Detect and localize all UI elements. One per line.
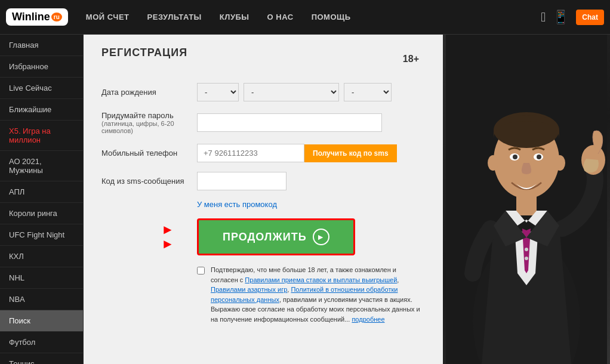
sidebar-item-nba[interactable]: NBA xyxy=(0,289,83,310)
sms-code-input[interactable] xyxy=(197,172,286,190)
android-icon[interactable]: 📱 xyxy=(553,10,569,25)
sidebar-item-khl[interactable]: КХЛ xyxy=(0,246,83,267)
nav-links: МОЙ СЧЕТ РЕЗУЛЬТАТЫ КЛУБЫ О НАС ПОМОЩЬ xyxy=(86,13,541,21)
dob-row: Дата рождения - - - xyxy=(101,83,425,101)
password-hint: (латиница, цифры, 6-20 символов) xyxy=(101,120,197,134)
arrow-indicators: ► ► xyxy=(161,223,174,251)
sidebar-item-nhl[interactable]: NHL xyxy=(0,267,83,289)
registration-form: РЕГИСТРАЦИЯ 18+ Дата рождения - - - xyxy=(84,35,443,364)
logo-badge: ru xyxy=(51,13,62,21)
sms-code-label: Код из sms-сообщения xyxy=(101,177,197,186)
terms-text: Подтверждаю, что мне больше 18 лет, а та… xyxy=(211,265,425,324)
nav-results[interactable]: РЕЗУЛЬТАТЫ xyxy=(147,13,202,21)
nav-clubs[interactable]: КЛУБЫ xyxy=(220,13,249,21)
sidebar: Главная Избранное Live Сейчас Ближайшие … xyxy=(0,35,84,364)
svg-point-13 xyxy=(525,257,528,260)
arrow-icon-1: ► xyxy=(161,223,174,236)
svg-rect-10 xyxy=(516,195,537,215)
sms-button[interactable]: Получить код по sms xyxy=(304,144,397,162)
date-selects: - - - xyxy=(197,83,392,101)
logo[interactable]: Winline ru xyxy=(6,8,68,26)
header: Winline ru МОЙ СЧЕТ РЕЗУЛЬТАТЫ КЛУБЫ О Н… xyxy=(0,0,610,35)
password-label: Придумайте пароль (латиница, цифры, 6-20… xyxy=(101,111,197,134)
dob-label: Дата рождения xyxy=(101,88,197,97)
sidebar-item-upcoming[interactable]: Ближайшие xyxy=(0,99,83,121)
phone-label: Мобильный телефон xyxy=(101,149,197,158)
sidebar-item-football[interactable]: Футбол xyxy=(0,332,83,353)
dob-month-select[interactable]: - xyxy=(244,83,339,101)
content-area: РЕГИСТРАЦИЯ 18+ Дата рождения - - - xyxy=(84,35,443,364)
svg-point-7 xyxy=(537,155,541,159)
right-image-area xyxy=(443,35,610,364)
sidebar-item-search[interactable]: Поиск xyxy=(0,310,83,332)
dob-year-select[interactable]: - xyxy=(344,83,392,101)
svg-point-8 xyxy=(488,155,498,171)
phone-input[interactable] xyxy=(197,144,304,162)
svg-point-12 xyxy=(525,248,528,251)
dob-day-select[interactable]: - xyxy=(197,83,239,101)
more-link[interactable]: подробнее xyxy=(352,316,384,323)
sms-code-row: Код из sms-сообщения xyxy=(101,172,425,190)
terms-checkbox-row: Подтверждаю, что мне больше 18 лет, а та… xyxy=(197,265,425,324)
main-layout: Главная Избранное Live Сейчас Ближайшие … xyxy=(0,35,610,364)
registration-title: РЕГИСТРАЦИЯ xyxy=(101,47,187,59)
sidebar-item-x5[interactable]: Х5. Игра на миллион xyxy=(0,121,83,151)
man-figure xyxy=(446,35,607,364)
terms-checkbox[interactable] xyxy=(197,267,205,274)
sidebar-item-live[interactable]: Live Сейчас xyxy=(0,78,83,99)
nav-my-account[interactable]: МОЙ СЧЕТ xyxy=(86,13,130,21)
sidebar-item-favorites[interactable]: Избранное xyxy=(0,56,83,78)
sidebar-item-tennis[interactable]: Теннис xyxy=(0,353,83,364)
continue-button[interactable]: ПРОДОЛЖИТЬ ► xyxy=(197,218,355,255)
continue-btn-wrapper: ► ► ПРОДОЛЖИТЬ ► xyxy=(197,218,355,255)
phone-input-group: Получить код по sms xyxy=(197,144,397,162)
age-badge: 18+ xyxy=(403,54,419,64)
terms-link-1[interactable]: Правилами приема ставок и выплаты выигры… xyxy=(245,276,397,283)
continue-arrow-icon: ► xyxy=(313,229,329,245)
terms-link-2[interactable]: Правилами азартных игр xyxy=(211,286,287,293)
chat-button[interactable]: Chat xyxy=(576,10,604,25)
sidebar-item-apl[interactable]: АПЛ xyxy=(0,181,83,203)
sidebar-item-boxing[interactable]: Короли ринга xyxy=(0,203,83,224)
nav-help[interactable]: ПОМОЩЬ xyxy=(312,13,351,21)
sidebar-item-ao2021[interactable]: АО 2021, Мужчины xyxy=(0,151,83,181)
svg-point-9 xyxy=(554,155,565,171)
nav-about[interactable]: О НАС xyxy=(267,13,294,21)
svg-point-6 xyxy=(513,155,517,159)
apple-icon[interactable]:  xyxy=(541,10,546,25)
password-row: Придумайте пароль (латиница, цифры, 6-20… xyxy=(101,111,425,134)
sidebar-item-ufc[interactable]: UFC Fight Night xyxy=(0,224,83,246)
promo-link[interactable]: У меня есть промокод xyxy=(197,200,425,209)
arrow-icon-2: ► xyxy=(161,237,174,251)
continue-label: ПРОДОЛЖИТЬ xyxy=(223,231,307,243)
header-right:  📱 Chat xyxy=(541,10,604,25)
sidebar-item-home[interactable]: Главная xyxy=(0,35,83,56)
phone-row: Мобильный телефон Получить код по sms xyxy=(101,144,425,162)
logo-text: Winline xyxy=(12,11,50,23)
password-input[interactable] xyxy=(197,113,382,132)
